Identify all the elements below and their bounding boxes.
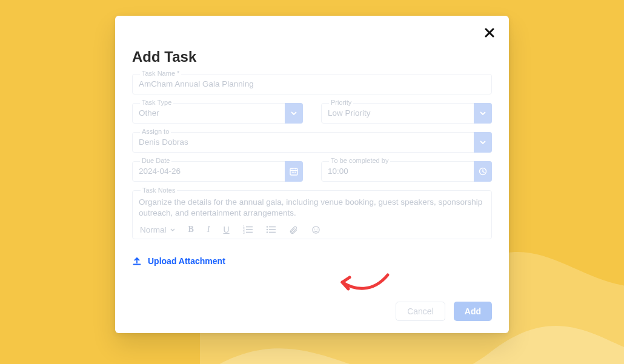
due-date-input[interactable]: 2024-04-26 xyxy=(132,161,303,182)
modal-title: Add Task xyxy=(132,48,492,65)
unordered-list-icon xyxy=(266,225,276,234)
svg-point-20 xyxy=(313,227,319,233)
priority-field[interactable]: Priority Low Priority xyxy=(321,103,492,124)
task-name-field[interactable]: Task Name * AmCham Annual Gala Planning xyxy=(132,74,492,94)
format-select[interactable]: Normal xyxy=(140,225,175,234)
svg-point-14 xyxy=(266,227,268,228)
complete-by-field[interactable]: To be completed by 10:00 xyxy=(321,161,492,182)
assign-to-field[interactable]: Assign to Denis Dobras xyxy=(132,132,492,153)
cancel-button[interactable]: Cancel xyxy=(396,302,445,321)
task-type-label: Task Type xyxy=(140,99,173,106)
due-date-label: Due Date xyxy=(140,157,171,164)
editor-toolbar: Normal B I U 1 2 3 xyxy=(139,219,485,237)
priority-label: Priority xyxy=(329,99,353,106)
assign-to-dropdown-button[interactable] xyxy=(474,132,492,153)
caret-down-icon xyxy=(480,141,486,144)
bold-button[interactable]: B xyxy=(188,225,194,234)
upload-attachment-label: Upload Attachment xyxy=(148,256,225,266)
task-type-dropdown-button[interactable] xyxy=(285,103,303,124)
caret-down-icon xyxy=(170,228,175,231)
ordered-list-icon: 1 2 3 xyxy=(243,225,253,234)
task-type-field[interactable]: Task Type Other xyxy=(132,103,303,124)
underline-button[interactable]: U xyxy=(224,225,230,234)
assign-to-select[interactable]: Denis Dobras xyxy=(132,132,492,153)
close-icon xyxy=(485,28,494,38)
upload-icon xyxy=(132,256,142,266)
task-name-label: Task Name * xyxy=(140,70,181,77)
due-date-picker-button[interactable] xyxy=(285,161,303,182)
italic-button[interactable]: I xyxy=(207,225,210,234)
format-label: Normal xyxy=(140,225,167,234)
upload-attachment-button[interactable]: Upload Attachment xyxy=(132,256,225,266)
svg-point-18 xyxy=(266,232,268,234)
svg-point-5 xyxy=(293,172,294,173)
annotation-arrow xyxy=(336,269,391,299)
assign-to-label: Assign to xyxy=(140,128,171,135)
task-notes-field[interactable]: Task Notes Organize the details for the … xyxy=(132,190,492,239)
close-button[interactable] xyxy=(481,24,498,41)
modal-footer: Cancel Add xyxy=(396,302,492,321)
add-button[interactable]: Add xyxy=(454,302,492,321)
paperclip-icon xyxy=(289,225,298,234)
priority-select[interactable]: Low Priority xyxy=(321,103,492,124)
svg-point-21 xyxy=(314,228,316,230)
clock-icon xyxy=(479,167,487,176)
svg-point-4 xyxy=(292,172,293,173)
priority-dropdown-button[interactable] xyxy=(474,103,492,124)
ordered-list-button[interactable]: 1 2 3 xyxy=(243,225,253,234)
task-type-select[interactable]: Other xyxy=(132,103,303,124)
calendar-icon xyxy=(290,167,298,176)
complete-by-time-button[interactable] xyxy=(474,161,492,182)
unordered-list-button[interactable] xyxy=(266,225,276,234)
emoji-button[interactable] xyxy=(311,225,320,234)
task-notes-label: Task Notes xyxy=(141,187,177,194)
complete-by-input[interactable]: 10:00 xyxy=(321,161,492,182)
svg-point-6 xyxy=(295,172,296,173)
task-name-input[interactable]: AmCham Annual Gala Planning xyxy=(132,74,492,94)
complete-by-label: To be completed by xyxy=(329,157,390,164)
caret-down-icon xyxy=(480,111,486,115)
task-notes-editor[interactable]: Organize the details for the annual gala… xyxy=(139,194,485,219)
caret-down-icon xyxy=(291,111,297,115)
add-task-modal: Add Task Task Name * AmCham Annual Gala … xyxy=(115,16,509,333)
svg-text:3: 3 xyxy=(243,231,245,234)
svg-point-22 xyxy=(316,228,317,230)
due-date-field[interactable]: Due Date 2024-04-26 xyxy=(132,161,303,182)
emoji-icon xyxy=(311,225,320,234)
svg-point-16 xyxy=(266,229,268,231)
svg-rect-0 xyxy=(290,168,297,175)
attachment-button[interactable] xyxy=(289,225,298,234)
